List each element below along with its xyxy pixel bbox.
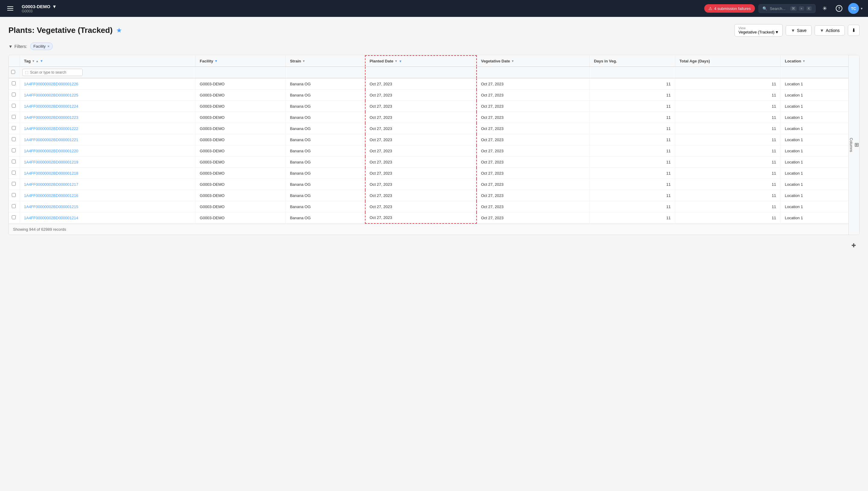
tag-sort-icon[interactable]: ▼ ▲	[32, 59, 39, 63]
strain-search-cell	[286, 67, 365, 78]
save-button[interactable]: ▼ Save	[786, 25, 812, 36]
tag-link[interactable]: 1A4FF00000002BD000001216	[24, 193, 79, 198]
row-location: Location 1	[781, 179, 859, 190]
row-total-age: 11	[675, 101, 780, 112]
tag-link[interactable]: 1A4FF00000002BD000001217	[24, 182, 79, 187]
facility-filter-close-icon[interactable]: ×	[47, 44, 50, 49]
row-planted-date: Oct 27, 2023	[365, 134, 476, 145]
tag-search-input[interactable]	[30, 70, 80, 75]
row-checkbox[interactable]	[12, 204, 16, 208]
row-checkbox[interactable]	[12, 182, 16, 186]
table-row: 1A4FF00000002BD000001215 G0003-DEMO Bana…	[9, 201, 859, 212]
tag-link[interactable]: 1A4FF00000002BD000001214	[24, 215, 79, 220]
help-button[interactable]: ?	[834, 3, 844, 14]
row-strain: Banana OG	[286, 190, 365, 201]
row-planted-date: Oct 27, 2023	[365, 156, 476, 168]
row-checkbox-cell	[9, 112, 20, 123]
location-filter-icon[interactable]: ▼	[802, 59, 805, 63]
tag-link[interactable]: 1A4FF00000002BD000001218	[24, 171, 79, 176]
row-strain: Banana OG	[286, 78, 365, 90]
row-checkbox[interactable]	[12, 126, 16, 130]
row-facility: G0003-DEMO	[196, 201, 286, 212]
table-row: 1A4FF00000002BD000001218 G0003-DEMO Bana…	[9, 168, 859, 179]
row-tag: 1A4FF00000002BD000001223	[20, 112, 196, 123]
planted-date-filter-icon[interactable]: ▼	[399, 59, 402, 63]
planted-date-sort-icon[interactable]: ▼	[395, 59, 398, 63]
row-total-age: 11	[675, 190, 780, 201]
row-checkbox-cell	[9, 179, 20, 190]
tag-link[interactable]: 1A4FF00000002BD000001215	[24, 204, 79, 209]
facility-search-cell	[196, 67, 286, 78]
col-total-age: Total Age (Days)	[675, 56, 780, 67]
row-vegetative-date: Oct 27, 2023	[476, 201, 589, 212]
row-total-age: 11	[675, 90, 780, 101]
row-tag: 1A4FF00000002BD000001217	[20, 179, 196, 190]
tag-link[interactable]: 1A4FF00000002BD000001219	[24, 160, 79, 164]
row-vegetative-date: Oct 27, 2023	[476, 190, 589, 201]
col-strain: Strain ▼	[286, 56, 365, 67]
row-checkbox[interactable]	[12, 81, 16, 85]
row-planted-date: Oct 27, 2023	[365, 168, 476, 179]
row-checkbox[interactable]	[12, 104, 16, 108]
tag-filter-icon[interactable]: ▼	[40, 59, 43, 63]
row-location: Location 1	[781, 201, 859, 212]
row-checkbox[interactable]	[12, 93, 16, 96]
tag-link[interactable]: 1A4FF00000002BD000001224	[24, 104, 79, 109]
tag-link[interactable]: 1A4FF00000002BD000001222	[24, 126, 79, 131]
row-checkbox[interactable]	[12, 148, 16, 152]
row-strain: Banana OG	[286, 168, 365, 179]
main-content: Plants: Vegetative (Tracked) ★ View Vege…	[0, 17, 868, 242]
table-row: 1A4FF00000002BD000001224 G0003-DEMO Bana…	[9, 101, 859, 112]
select-all-checkbox[interactable]	[11, 70, 15, 74]
row-planted-date: Oct 27, 2023	[365, 90, 476, 101]
facility-filter-icon[interactable]: ▼	[214, 59, 218, 63]
filters-label: ▼ Filters:	[8, 44, 27, 49]
row-checkbox[interactable]	[12, 171, 16, 175]
row-checkbox[interactable]	[12, 137, 16, 141]
brand-sub: G0003	[22, 9, 57, 13]
favorite-star-icon[interactable]: ★	[116, 27, 122, 34]
leaf-icon-button[interactable]: ✳	[819, 3, 830, 14]
row-checkbox[interactable]	[12, 215, 16, 219]
row-facility: G0003-DEMO	[196, 179, 286, 190]
global-search[interactable]: 🔍 Search... ⌘ + K	[758, 4, 815, 13]
brand-name[interactable]: G0003-DEMO ▼	[22, 4, 57, 9]
row-checkbox[interactable]	[12, 115, 16, 119]
row-planted-date: Oct 27, 2023	[365, 123, 476, 134]
facility-filter-tag[interactable]: Facility ×	[30, 42, 53, 50]
view-selector[interactable]: View Vegetative (Tracked) ▼	[734, 24, 783, 36]
row-checkbox-cell	[9, 101, 20, 112]
tag-link[interactable]: 1A4FF00000002BD000001221	[24, 138, 79, 142]
submission-failures-button[interactable]: ⚠ 4 submission failures	[704, 4, 755, 13]
avatar-area[interactable]: TC ▼	[848, 3, 863, 14]
tag-link[interactable]: 1A4FF00000002BD000001226	[24, 82, 79, 86]
row-facility: G0003-DEMO	[196, 156, 286, 168]
tag-link[interactable]: 1A4FF00000002BD000001223	[24, 115, 79, 120]
columns-button[interactable]: ⊞ Columns	[848, 55, 859, 235]
header-controls: View Vegetative (Tracked) ▼ ▼ Save ▼ Act…	[734, 24, 860, 36]
row-strain: Banana OG	[286, 101, 365, 112]
row-total-age: 11	[675, 212, 780, 224]
row-days-in-veg: 11	[589, 212, 675, 224]
row-checkbox-cell	[9, 78, 20, 90]
view-arrow-icon: ▼	[775, 30, 779, 34]
row-planted-date: Oct 27, 2023	[365, 145, 476, 156]
table-wrapper: Tag ▼ ▲ ▼ Facility ▼	[9, 55, 859, 224]
actions-button[interactable]: ▼ Actions	[815, 25, 845, 36]
row-facility: G0003-DEMO	[196, 145, 286, 156]
row-checkbox-cell	[9, 212, 20, 224]
page-header: Plants: Vegetative (Tracked) ★ View Vege…	[8, 24, 860, 36]
row-checkbox[interactable]	[12, 160, 16, 164]
download-button[interactable]: ⬇	[848, 25, 860, 36]
search-shortcut: ⌘	[790, 6, 797, 11]
tag-link[interactable]: 1A4FF00000002BD000001225	[24, 93, 79, 97]
menu-button[interactable]	[5, 3, 16, 14]
strain-filter-icon[interactable]: ▼	[302, 59, 305, 63]
row-checkbox-cell	[9, 156, 20, 168]
tag-link[interactable]: 1A4FF00000002BD000001220	[24, 149, 79, 153]
veg-date-filter-icon[interactable]: ▼	[511, 59, 514, 63]
tag-search-icon: ⬚	[25, 70, 28, 75]
row-tag: 1A4FF00000002BD000001220	[20, 145, 196, 156]
row-checkbox[interactable]	[12, 193, 16, 197]
row-planted-date: Oct 27, 2023	[365, 190, 476, 201]
